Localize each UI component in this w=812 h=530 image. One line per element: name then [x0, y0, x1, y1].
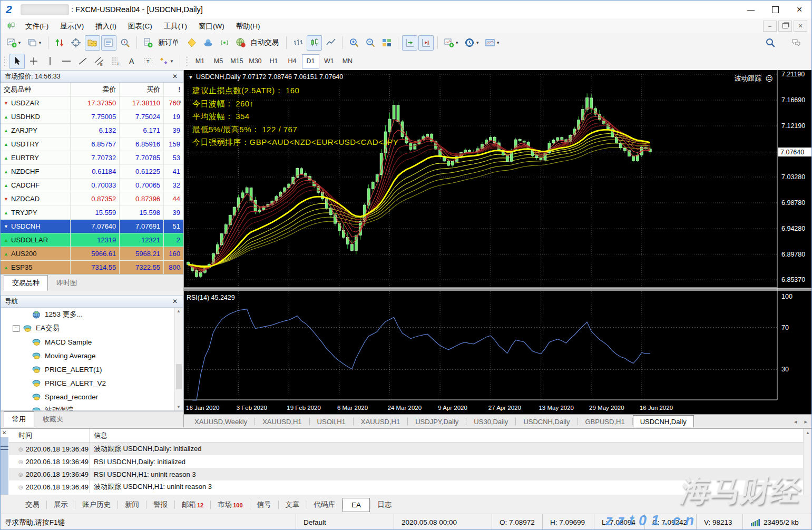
navigator-scrollbar[interactable]: ▲ ▼ [174, 308, 183, 410]
terminal-tab-信号[interactable]: 信号 [250, 497, 278, 512]
market-watch-row-nzdcad[interactable]: ▼NZDCAD0.873520.8739644 [1, 192, 183, 206]
terminal-tab-账户历史[interactable]: 账户历史 [75, 497, 118, 512]
menu-item-1[interactable]: 显示(V) [54, 20, 90, 32]
market-watch-scroll-up-icon[interactable]: ▲ [178, 99, 182, 104]
terminal-tab-新闻[interactable]: 新闻 [118, 497, 146, 512]
navigator-item-1[interactable]: −EA交易 [1, 321, 183, 335]
candlestick-mode-button[interactable] [307, 35, 322, 51]
menu-item-4[interactable]: 工具(T) [158, 20, 193, 32]
text-tool-button[interactable] [124, 54, 139, 69]
terminal-log-row[interactable]: ◎2020.06.18 19:36:49....波动跟踪 USDCNH,Dail… [9, 443, 811, 455]
market-watch-row-esp35[interactable]: ▲ESP357314.557322.55800 [1, 261, 183, 274]
timeframe-mn[interactable]: MN [339, 54, 356, 68]
timeframe-m15[interactable]: M15 [228, 54, 246, 68]
navigator-item-5[interactable]: PRICE_ALERT_V2 [1, 376, 183, 390]
scroll-up-icon[interactable]: ▲ [806, 430, 810, 435]
navigator-item-2[interactable]: MACD Sample [1, 335, 183, 349]
navigator-item-4[interactable]: PRICE_ALERT(1) [1, 362, 183, 376]
navigator-tab-常用[interactable]: 常用 [4, 411, 34, 427]
timeframe-h1[interactable]: H1 [265, 54, 282, 68]
market-watch-close-icon[interactable]: ✕ [171, 73, 179, 80]
navigator-item-0[interactable]: 1253 更多... [1, 308, 183, 321]
timeframe-d1[interactable]: D1 [302, 54, 319, 68]
terminal-close-icon[interactable]: ✕ [2, 430, 6, 436]
market-watch-scroll-down-icon[interactable]: ▼ [178, 266, 182, 271]
terminal-log-row[interactable]: ◎2020.06.18 19:36:49....RSI USDCNH,H1: u… [9, 468, 811, 480]
menu-item-0[interactable]: 文件(F) [19, 20, 54, 32]
close-button[interactable]: ✕ [787, 1, 811, 18]
line-chart-mode-button[interactable] [323, 35, 338, 51]
toolbar-grip[interactable] [4, 55, 7, 67]
market-watch-column-header[interactable]: 买价 [120, 83, 164, 96]
arrows-tool-button[interactable]: ▼ [156, 54, 176, 69]
timeframe-h4[interactable]: H4 [283, 54, 301, 68]
terminal-tab-文章[interactable]: 文章 [279, 497, 307, 512]
scrollbar-thumb[interactable] [176, 364, 182, 389]
chart-tab-7[interactable]: GBPUSD,H1 [578, 415, 632, 427]
market-watch-column-header[interactable]: 卖价 [71, 83, 120, 96]
toolbar-grip[interactable] [185, 55, 189, 67]
auto-scroll-button[interactable] [402, 35, 417, 51]
chart-tab-4[interactable]: USDJPY,Daily [408, 415, 466, 427]
chart-tab-1[interactable]: XAUUSD,H1 [255, 415, 309, 427]
periods-button[interactable]: ▼ [462, 35, 482, 51]
data-window-button[interactable] [69, 35, 84, 51]
mdi-close-button[interactable]: ✕ [794, 21, 807, 32]
terminal-scrollbar[interactable]: ▲ [803, 429, 811, 495]
timeframe-m5[interactable]: M5 [210, 54, 227, 68]
market-watch-column-header[interactable]: 交易品种 [1, 83, 71, 96]
terminal-tab-邮箱[interactable]: 邮箱12 [175, 497, 210, 512]
terminal-column-message[interactable]: 信息 [90, 429, 811, 442]
navigator-item-3[interactable]: Moving Average [1, 349, 183, 362]
tab-scroll-right-icon[interactable]: ▸ [804, 418, 807, 425]
strategy-tester-button[interactable] [118, 35, 133, 51]
tile-windows-button[interactable] [379, 35, 394, 51]
market-watch-row-usdcnh[interactable]: ▼USDCNH7.076407.0769151 [1, 220, 183, 233]
terminal-tab-代码库[interactable]: 代码库 [307, 497, 343, 512]
terminal-tab-交易[interactable]: 交易 [18, 497, 46, 512]
tab-scroll-left-icon[interactable]: ◂ [794, 418, 797, 425]
market-watch-row-usdhkd[interactable]: ▲USDHKD7.750057.7502419 [1, 110, 183, 124]
chart-shift-button[interactable] [418, 35, 434, 51]
timeframe-m30[interactable]: M30 [247, 54, 264, 68]
community-chat-button[interactable] [788, 35, 804, 51]
terminal-tab-警报[interactable]: 警报 [146, 497, 174, 512]
market-watch-tab-即时图[interactable]: 即时图 [48, 275, 85, 291]
vertical-line-tool-button[interactable] [42, 54, 57, 69]
minimize-button[interactable]: — [739, 1, 763, 18]
autotrading-label[interactable]: 自动交易 [250, 38, 279, 47]
fibonacci-tool-button[interactable] [107, 54, 123, 69]
timeframe-w1[interactable]: W1 [320, 54, 338, 68]
new-order-button[interactable] [141, 35, 156, 51]
terminal-toggle-button[interactable] [101, 35, 116, 51]
terminal-tab-展示[interactable]: 展示 [47, 497, 75, 512]
chart-tab-6[interactable]: USDCNH,Daily [516, 415, 577, 427]
horizontal-line-tool-button[interactable] [58, 54, 74, 69]
terminal-log-row[interactable]: ◎2020.06.18 19:36:49....波动跟踪 USDCNH,H1: … [9, 480, 811, 493]
market-watch-row-cadchf[interactable]: ▲CADCHF0.700330.7006532 [1, 179, 183, 192]
terminal-column-time[interactable]: 时间 [9, 429, 90, 442]
chart-tab-0[interactable]: XAUUSD,Weekly [187, 415, 255, 427]
menu-item-2[interactable]: 插入(I) [90, 20, 122, 32]
indicator-face-icon[interactable]: ☹ [765, 74, 773, 83]
market-watch-row-zarjpy[interactable]: ▲ZARJPY6.1326.17139 [1, 124, 183, 138]
terminal-drag-strip[interactable] [1, 437, 8, 495]
scroll-down-icon[interactable]: ▼ [177, 405, 181, 409]
market-watch-toggle-button[interactable] [52, 35, 67, 51]
market-watch-row-aus200[interactable]: ▲AUS2005966.615968.21160 [1, 247, 183, 261]
terminal-tab-EA[interactable]: EA [343, 498, 370, 512]
market-watch-row-tryjpy[interactable]: ▲TRYJPY15.55915.59839 [1, 206, 183, 220]
navigator-tab-收藏夹[interactable]: 收藏夹 [34, 411, 72, 427]
chart-tab-8[interactable]: USDCNH,Daily [633, 415, 694, 427]
market-watch-row-usdollar[interactable]: ▲USDOLLAR12319123212 [1, 233, 183, 247]
terminal-log-row[interactable]: ◎2020.06.18 19:36:49....RSI USDCNH,Daily… [9, 455, 811, 468]
timeframe-m1[interactable]: M1 [191, 54, 209, 68]
zoom-out-button[interactable] [363, 35, 378, 51]
chart-area[interactable]: 7.211907.166907.121907.032806.987806.942… [184, 70, 812, 427]
crosshair-tool-button[interactable] [26, 54, 41, 69]
menu-item-3[interactable]: 图表(C) [122, 20, 158, 32]
navigator-item-6[interactable]: Spread_recorder [1, 390, 183, 404]
profiles-button[interactable]: ▼ [25, 35, 44, 51]
templates-button[interactable]: ▼ [483, 35, 502, 51]
market-watch-row-usdzar[interactable]: ▼USDZAR17.3735017.38110760 [1, 96, 183, 110]
